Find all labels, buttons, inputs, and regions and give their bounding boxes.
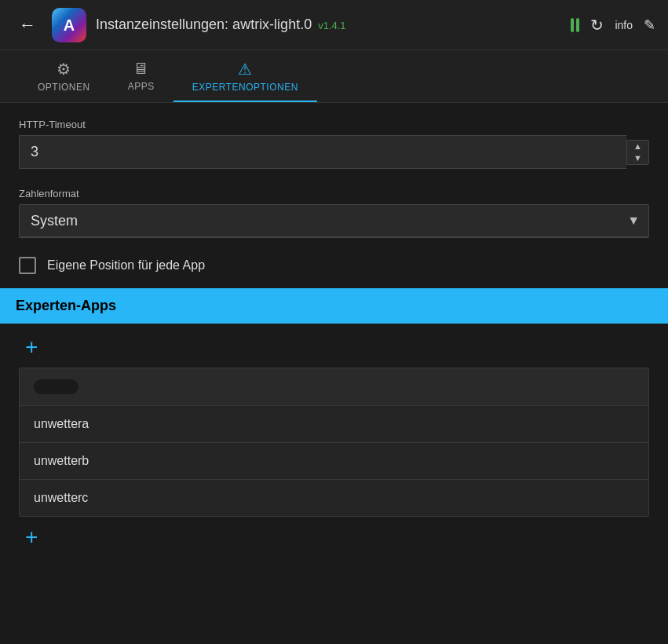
- warning-icon: ⚠: [238, 60, 253, 79]
- app-item-pill: [34, 379, 78, 394]
- http-timeout-input-row: ▲ ▼: [19, 135, 649, 169]
- http-timeout-label: HTTP-Timeout: [19, 119, 649, 130]
- list-item[interactable]: unwetterb: [20, 443, 648, 480]
- spinner-up[interactable]: ▲: [627, 141, 648, 152]
- zahlenformat-label: Zahlenformat: [19, 188, 649, 199]
- add-btn-bottom-row: +: [19, 517, 649, 554]
- page-title: Instanzeinstellungen: awtrix-light.0v1.4…: [96, 16, 561, 33]
- spinner-down[interactable]: ▼: [627, 152, 648, 164]
- info-link[interactable]: info: [615, 19, 633, 31]
- tab-optionen-label: OPTIONEN: [38, 82, 90, 93]
- add-app-top-button[interactable]: +: [19, 336, 44, 358]
- tabs-bar: ⚙ OPTIONEN 🖥 APPS ⚠ EXPERTENOPTIONEN: [0, 50, 668, 103]
- http-timeout-input[interactable]: [19, 135, 626, 169]
- zahlenformat-group: Zahlenformat System Deutsch English Cust…: [19, 188, 649, 238]
- tab-apps[interactable]: 🖥 APPS: [109, 50, 173, 102]
- pause-bar-right: [576, 18, 579, 32]
- svg-text:A: A: [64, 16, 75, 34]
- back-button[interactable]: ←: [13, 12, 42, 38]
- zahlenformat-select-wrapper: System Deutsch English Custom ▼: [19, 204, 649, 237]
- tab-optionen[interactable]: ⚙ OPTIONEN: [19, 50, 109, 102]
- spinner-control: ▲ ▼: [626, 140, 649, 165]
- http-timeout-group: HTTP-Timeout ▲ ▼: [19, 119, 649, 169]
- header: ← A Instanzeinstellungen: awtrix-light.0…: [0, 0, 668, 50]
- expert-apps-header: Experten-Apps: [0, 288, 668, 324]
- version-badge: v1.4.1: [318, 20, 345, 31]
- main-content: HTTP-Timeout ▲ ▼ Zahlenformat System Deu…: [0, 103, 668, 570]
- eigene-position-label: Eigene Position für jede App: [47, 258, 205, 273]
- apps-list: unwettera unwetterb unwetterc: [19, 368, 649, 517]
- list-item[interactable]: [20, 368, 648, 406]
- tab-apps-label: APPS: [128, 81, 155, 92]
- list-item[interactable]: unwettera: [20, 406, 648, 443]
- gear-icon: ⚙: [57, 60, 71, 79]
- zahlenformat-select[interactable]: System Deutsch English Custom: [19, 204, 649, 237]
- app-logo: A: [52, 8, 86, 42]
- tab-expertenoptionen[interactable]: ⚠ EXPERTENOPTIONEN: [173, 50, 317, 102]
- add-app-bottom-button[interactable]: +: [19, 526, 44, 548]
- pause-bar-left: [571, 18, 574, 32]
- pause-button[interactable]: [571, 18, 579, 32]
- checkbox-row: Eigene Position für jede App: [19, 257, 649, 274]
- reload-button[interactable]: ↻: [590, 16, 604, 35]
- list-item[interactable]: unwetterc: [20, 480, 648, 516]
- edit-button[interactable]: ✎: [644, 16, 655, 34]
- eigene-position-checkbox[interactable]: [19, 257, 36, 274]
- monitor-icon: 🖥: [133, 60, 149, 78]
- add-btn-top-row: +: [19, 324, 649, 368]
- tab-expertenoptionen-label: EXPERTENOPTIONEN: [192, 82, 298, 93]
- select-underline: [19, 237, 649, 238]
- expert-apps-section: Experten-Apps + unwettera unwetterb unwe…: [19, 288, 649, 554]
- header-actions: ↻ info ✎: [571, 16, 655, 35]
